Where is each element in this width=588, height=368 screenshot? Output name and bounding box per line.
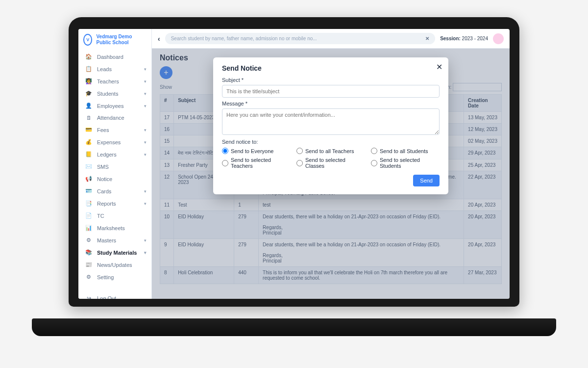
chevron-down-icon: ▾ — [144, 189, 147, 194]
logout-label: Log Out — [97, 295, 116, 299]
nav-icon: 💰 — [84, 139, 93, 145]
radio-input[interactable] — [296, 148, 303, 154]
nav-icon: 🏠 — [84, 53, 93, 60]
nav-icon: 📄 — [84, 212, 93, 219]
sidebar-item-expenses[interactable]: 💰Expenses▾ — [78, 136, 151, 148]
nav-label: Dashboard — [97, 54, 123, 60]
nav-label: Expenses — [97, 139, 121, 145]
chevron-down-icon: ▾ — [144, 91, 147, 96]
search-placeholder-text: Search student by name, father name, adm… — [171, 36, 317, 41]
nav-icon: 📊 — [84, 225, 93, 231]
radio-label: Send to selected Students — [380, 157, 440, 169]
radio-send-to-selected-students[interactable]: Send to selected Students — [371, 157, 440, 169]
laptop-frame: V Vedmarg Demo Public School 🏠Dashboard📋… — [32, 17, 556, 351]
brand[interactable]: V Vedmarg Demo Public School — [78, 29, 151, 51]
send-button[interactable]: Send — [413, 175, 440, 186]
chevron-down-icon: ▾ — [144, 128, 147, 132]
chevron-down-icon: ▾ — [144, 104, 147, 108]
chevron-down-icon: ▾ — [144, 140, 147, 145]
radio-send-to-selected-teachers[interactable]: Send to selected Teachers — [222, 157, 291, 169]
nav-label: Students — [97, 91, 118, 97]
nav-label: Cards — [97, 188, 111, 194]
sidebar-item-ledgers[interactable]: 📒Ledgers▾ — [78, 148, 151, 160]
nav-label: SMS — [97, 164, 109, 170]
session-indicator: Session: 2023 - 2024 — [440, 36, 488, 41]
radio-label: Send to all Students — [380, 148, 428, 154]
nav-label: Masters — [97, 237, 116, 243]
nav-icon: ✉️ — [84, 163, 93, 170]
avatar[interactable] — [493, 33, 504, 44]
close-icon[interactable]: ✕ — [436, 62, 442, 72]
nav-label: Employees — [97, 103, 123, 109]
sidebar-item-masters[interactable]: ⚙Masters▾ — [78, 234, 151, 246]
global-search[interactable]: Search student by name, father name, adm… — [165, 33, 435, 44]
chevron-down-icon: ▾ — [144, 201, 147, 206]
send-notice-modal: ✕ Send Notice Subject * Message * Send n… — [213, 57, 448, 194]
nav-label: Marksheets — [97, 225, 125, 231]
clear-search-icon[interactable]: ✕ — [425, 36, 429, 41]
radio-input[interactable] — [222, 160, 228, 166]
nav-label: Reports — [97, 201, 116, 207]
chevron-down-icon: ▾ — [144, 238, 147, 243]
radio-send-to-all-students[interactable]: Send to all Students — [371, 148, 440, 154]
brand-logo-icon: V — [83, 34, 92, 46]
main-area: ‹ Search student by name, father name, a… — [152, 29, 510, 299]
page-body: Notices + Show Search: # — [152, 49, 510, 299]
sidebar-item-attendance[interactable]: 🗓Attendance — [78, 112, 151, 124]
nav-label: Fees — [97, 127, 109, 133]
laptop-base — [32, 318, 556, 336]
nav-label: Ledgers — [97, 152, 117, 158]
sidebar-item-sms[interactable]: ✉️SMS — [78, 160, 151, 173]
nav-icon: 📑 — [84, 200, 93, 207]
sidebar: V Vedmarg Demo Public School 🏠Dashboard📋… — [78, 29, 152, 299]
radio-input[interactable] — [371, 148, 377, 154]
sidebar-item-study-materials[interactable]: 📚Study Materials▾ — [78, 246, 151, 259]
nav-icon: 📚 — [84, 249, 93, 256]
nav-label: Attendance — [97, 115, 124, 121]
nav-icon: 📒 — [84, 151, 93, 158]
nav-icon: 🎓 — [84, 90, 93, 97]
nav-icon: ⚙ — [84, 274, 93, 280]
radio-send-to-everyone[interactable]: Send to Everyone — [222, 148, 291, 154]
nav-label: Leads — [97, 66, 112, 72]
sidebar-item-teachers[interactable]: 👩‍🏫Teachers▾ — [78, 75, 151, 87]
sidebar-item-reports[interactable]: 📑Reports▾ — [78, 197, 151, 210]
modal-title: Send Notice — [222, 64, 440, 72]
radio-send-to-selected-classes[interactable]: Send to selected Classes — [296, 157, 365, 169]
sidebar-item-leads[interactable]: 📋Leads▾ — [78, 63, 151, 75]
radio-label: Send to selected Classes — [305, 157, 365, 169]
radio-input[interactable] — [296, 160, 303, 166]
logout-button[interactable]: ↪ Log Out — [78, 292, 151, 299]
nav-icon: 📢 — [84, 176, 93, 182]
sidebar-item-setting[interactable]: ⚙Setting — [78, 271, 151, 283]
nav-icon: 👩‍🏫 — [84, 78, 93, 84]
radio-label: Send to Everyone — [231, 148, 273, 154]
sidebar-item-marksheets[interactable]: 📊Marksheets — [78, 222, 151, 234]
radio-input[interactable] — [222, 148, 228, 154]
sidebar-item-students[interactable]: 🎓Students▾ — [78, 87, 151, 100]
sidebar-item-cards[interactable]: 🪪Cards▾ — [78, 185, 151, 197]
sidebar-item-dashboard[interactable]: 🏠Dashboard — [78, 51, 151, 63]
sidebar-item-notice[interactable]: 📢Notice — [78, 173, 151, 185]
chevron-down-icon: ▾ — [144, 152, 147, 157]
subject-input[interactable] — [222, 85, 440, 98]
message-label: Message * — [222, 101, 440, 106]
sidebar-item-tc[interactable]: 📄TC — [78, 210, 151, 222]
nav-label: TC — [97, 213, 104, 219]
radio-send-to-all-teachers[interactable]: Send to all Teachers — [296, 148, 365, 154]
radio-input[interactable] — [371, 160, 377, 166]
message-textarea[interactable] — [222, 108, 440, 135]
sidebar-item-news-updates[interactable]: 📰News/Updates — [78, 259, 151, 271]
app-screen: V Vedmarg Demo Public School 🏠Dashboard📋… — [78, 29, 510, 299]
nav-icon: 💳 — [84, 127, 93, 133]
sidebar-item-fees[interactable]: 💳Fees▾ — [78, 124, 151, 136]
session-value: 2023 - 2024 — [462, 36, 488, 41]
sidebar-item-employees[interactable]: 👤Employees▾ — [78, 100, 151, 112]
chevron-down-icon: ▾ — [144, 79, 147, 84]
nav-label: Teachers — [97, 79, 119, 84]
back-button[interactable]: ‹ — [158, 35, 160, 43]
radio-label: Send to selected Teachers — [231, 157, 291, 169]
nav-label: Setting — [97, 274, 114, 280]
nav-icon: ⚙ — [84, 237, 93, 243]
nav-icon: 🪪 — [84, 188, 93, 194]
